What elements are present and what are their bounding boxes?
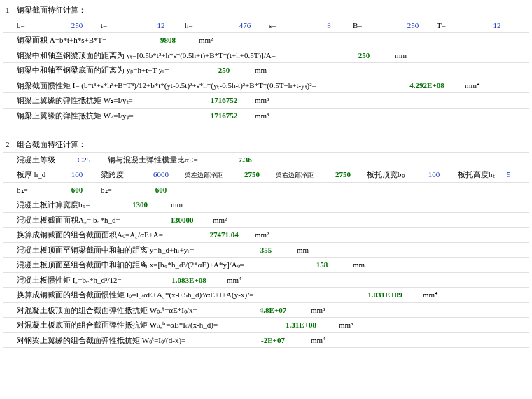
value: 130000 <box>154 214 210 226</box>
label: 混凝土板截面面积A꜀= bₑ*h_d= <box>14 214 154 226</box>
value-ht: 5 <box>504 169 514 181</box>
value: 1716752 <box>196 110 252 122</box>
row-W0: 对钢梁上翼缘的组合截面弹性抵抗矩 W₀ᵗ=I₀/(d-x)= -2E+07 mm… <box>3 333 529 349</box>
row-slab-params: 板厚 h_d 100 梁跨度 6000 梁左边部净距 2750 梁右边部净距 2… <box>3 167 529 183</box>
label: 钢梁截面惯性矩 I= (b*t³+s*h³+B*T³)/12+b*t*(yt-0… <box>14 80 392 92</box>
row-I0: 换算成钢截面的组合截面惯性矩 I₀=I꜀/αE+A꜀*(x-0.5h_d)²/α… <box>3 288 529 303</box>
value: 355 <box>238 244 294 256</box>
label-span: 梁跨度 <box>98 169 140 181</box>
value-right: 2750 <box>322 169 364 181</box>
label-s: s= <box>266 20 308 31</box>
label: 对混凝土板顶面的组合截面弹性抵抗矩 W₀꜀ᵗ=αE*I₀/x= <box>14 304 238 316</box>
label-T: T= <box>434 20 476 31</box>
value: 1.083E+08 <box>154 274 224 286</box>
unit: mm³ <box>252 110 272 122</box>
label-left: 梁左边部净距 <box>182 171 231 181</box>
row-x: 混凝土板顶面至组合截面中和轴的距离 x=[bₑ*h_d²/(2*αE)+A*y]… <box>3 258 529 273</box>
row-yt: 钢梁中和轴至钢梁顶面的距离为 yₜ=[0.5b*t²+h*s*(0.5h+t)+… <box>3 48 529 64</box>
row-b1b2: b₁= 600 b₂= 600 <box>3 183 529 198</box>
label-b: b= <box>14 20 56 31</box>
value-B: 250 <box>392 20 434 31</box>
label: 对混凝土板底面的组合截面弹性抵抗矩 W₀꜀ᵇ=αE*I₀/(x-h_d)= <box>14 319 266 331</box>
unit: mm <box>294 244 312 256</box>
row-W0ct: 对混凝土板顶面的组合截面弹性抵抗矩 W₀꜀ᵗ=αE*I₀/x= 4.8E+07 … <box>3 303 529 318</box>
value-b2: 600 <box>140 184 182 196</box>
label: 混凝土板计算宽度bₑ= <box>14 199 112 211</box>
value-T: 12 <box>476 20 518 31</box>
label: 混凝土板惯性矩 I꜀=bₑ*h_d³/12= <box>14 274 154 286</box>
row-W0cb: 对混凝土板底面的组合截面弹性抵抗矩 W₀꜀ᵇ=αE*I₀/(x-h_d)= 1.… <box>3 318 529 333</box>
value: 4.292E+08 <box>392 80 462 92</box>
value-s: 8 <box>308 20 350 31</box>
label: 钢梁上翼缘的弹性抵抗矩 W₁=I/yₜ= <box>14 94 196 106</box>
label-hd: 板厚 h_d <box>14 169 56 181</box>
label-right: 梁右边部净距 <box>273 171 322 181</box>
value-b: 250 <box>56 20 98 31</box>
unit: mm⁴ <box>420 289 440 301</box>
value: 250 <box>196 64 252 76</box>
value-grade: C25 <box>63 154 105 166</box>
label: 钢梁中和轴至钢梁底面的距离为 yᵦ=h+t+T-yₜ= <box>14 64 196 76</box>
unit: mm⁴ <box>224 274 244 286</box>
value: 1716752 <box>196 94 252 106</box>
section-index: 1 <box>3 4 14 16</box>
section-2-header: 2 组合截面特征计算： <box>3 137 529 153</box>
label: 混凝土板顶面至组合截面中和轴的距离 x=[bₑ*h_d²/(2*αE)+A*y]… <box>14 259 294 271</box>
unit: mm³ <box>336 319 356 331</box>
label-h: h= <box>182 20 224 31</box>
label-t: t= <box>98 20 140 31</box>
unit: mm <box>252 64 270 76</box>
label: 钢梁中和轴至钢梁顶面的距离为 yₜ=[0.5b*t²+h*s*(0.5h+t)+… <box>14 50 336 62</box>
row-y: 混凝土板顶面至钢梁截面中和轴的距离 y=h_d+hₜ+yₜ= 355 mm <box>3 243 529 258</box>
section-title: 组合截面特征计算： <box>14 139 89 150</box>
row-W2: 钢梁上翼缘的弹性抵抗矩 W₂=I/yᵦ= 1716752 mm³ <box>3 108 529 124</box>
value-h: 476 <box>224 20 266 31</box>
row-concrete: 混凝土等级 C25 钢与混凝土弹性模量比αE= 7.36 <box>3 153 529 168</box>
unit: mm² <box>252 229 272 241</box>
row-yb: 钢梁中和轴至钢梁底面的距离为 yᵦ=h+t+T-yₜ= 250 mm <box>3 63 529 78</box>
spacer-row <box>3 123 529 137</box>
value: -2E+07 <box>238 335 308 346</box>
label-ht: 板托高度hₜ <box>455 169 504 181</box>
unit: mm² <box>210 214 230 226</box>
row-A0: 换算成钢截面的组合截面面积A₀=A꜀/αE+A= 27471.04 mm² <box>3 227 529 243</box>
label-b2: b₂= <box>98 184 140 196</box>
params-row: b= 250 t= 12 h= 476 s= 8 B= 250 T= 12 <box>3 18 529 34</box>
value: 158 <box>294 259 350 271</box>
unit: mm² <box>196 34 216 46</box>
label: 混凝土板顶面至钢梁截面中和轴的距离 y=h_d+hₜ+yₜ= <box>14 244 238 256</box>
label-B: B= <box>350 20 392 31</box>
unit: mm⁴ <box>308 335 328 346</box>
row-be: 混凝土板计算宽度bₑ= 1300 mm <box>3 197 529 213</box>
value: 250 <box>336 50 392 62</box>
label: 钢梁上翼缘的弹性抵抗矩 W₂=I/yᵦ= <box>14 110 196 122</box>
label: 换算成钢截面的组合截面面积A₀=A꜀/αE+A= <box>14 229 196 241</box>
unit: mm³ <box>308 304 328 316</box>
label-b1: b₁= <box>14 184 56 196</box>
value: 1300 <box>112 199 168 211</box>
section-title: 钢梁截面特征计算： <box>14 4 89 16</box>
label: 换算成钢截面的组合截面惯性矩 I₀=I꜀/αE+A꜀*(x-0.5h_d)²/α… <box>14 289 350 301</box>
label-aE: 钢与混凝土弹性模量比αE= <box>105 154 224 166</box>
label: 对钢梁上翼缘的组合截面弹性抵抗矩 W₀ᵗ=I₀/(d-x)= <box>14 335 238 346</box>
value-hd: 100 <box>56 169 98 181</box>
label-grade: 混凝土等级 <box>14 154 63 166</box>
value-t: 12 <box>140 20 182 31</box>
unit: mm³ <box>252 94 272 106</box>
label: 钢梁面积 A=b*t+h*s+B*T= <box>14 34 140 46</box>
row-Ac: 混凝土板截面面积A꜀= bₑ*h_d= 130000 mm² <box>3 213 529 228</box>
value-aE: 7.36 <box>224 154 266 166</box>
unit: mm <box>392 50 410 62</box>
row-Ic: 混凝土板惯性矩 I꜀=bₑ*h_d³/12= 1.083E+08 mm⁴ <box>3 273 529 288</box>
unit: mm <box>168 199 186 211</box>
row-I: 钢梁截面惯性矩 I= (b*t³+s*h³+B*T³)/12+b*t*(yt-0… <box>3 78 529 94</box>
section-index: 2 <box>3 139 14 150</box>
value-b1: 600 <box>56 184 98 196</box>
unit: mm <box>350 259 368 271</box>
row-area-A: 钢梁面积 A=b*t+h*s+B*T= 9808 mm² <box>3 33 529 48</box>
value: 4.8E+07 <box>238 304 308 316</box>
row-W1: 钢梁上翼缘的弹性抵抗矩 W₁=I/yₜ= 1716752 mm³ <box>3 93 529 108</box>
value: 1.031E+09 <box>350 289 420 301</box>
value: 27471.04 <box>196 229 252 241</box>
unit: mm⁴ <box>462 80 482 92</box>
